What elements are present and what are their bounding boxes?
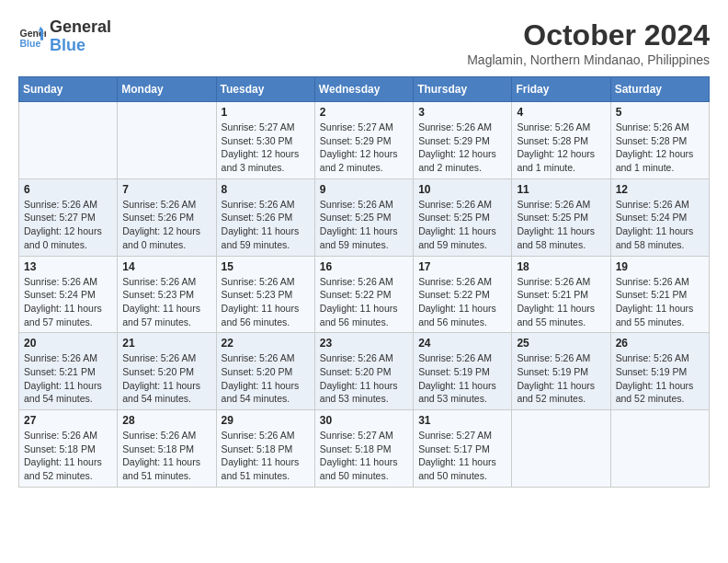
day-info: Sunrise: 5:27 AM Sunset: 5:17 PM Dayligh…	[418, 429, 506, 483]
calendar-cell: 7Sunrise: 5:26 AM Sunset: 5:26 PM Daylig…	[118, 178, 216, 256]
calendar-cell: 29Sunrise: 5:26 AM Sunset: 5:18 PM Dayli…	[216, 410, 314, 488]
day-info: Sunrise: 5:26 AM Sunset: 5:20 PM Dayligh…	[122, 351, 210, 406]
day-number: 2	[320, 106, 408, 119]
day-number: 19	[616, 260, 704, 273]
day-number: 24	[418, 337, 506, 350]
col-header-monday: Monday	[118, 77, 216, 102]
calendar-cell: 21Sunrise: 5:26 AM Sunset: 5:20 PM Dayli…	[118, 333, 216, 410]
day-number: 9	[320, 183, 408, 196]
calendar-cell: 22Sunrise: 5:26 AM Sunset: 5:20 PM Dayli…	[216, 333, 314, 410]
calendar-cell: 19Sunrise: 5:26 AM Sunset: 5:21 PM Dayli…	[610, 256, 709, 333]
day-info: Sunrise: 5:26 AM Sunset: 5:25 PM Dayligh…	[320, 198, 408, 252]
calendar-cell: 24Sunrise: 5:26 AM Sunset: 5:19 PM Dayli…	[414, 333, 512, 410]
day-number: 6	[24, 183, 112, 196]
col-header-friday: Friday	[512, 77, 610, 102]
calendar-week-row: 27Sunrise: 5:26 AM Sunset: 5:18 PM Dayli…	[19, 410, 710, 488]
calendar-cell: 13Sunrise: 5:26 AM Sunset: 5:24 PM Dayli…	[19, 256, 118, 333]
day-info: Sunrise: 5:26 AM Sunset: 5:22 PM Dayligh…	[418, 275, 506, 329]
calendar-table: SundayMondayTuesdayWednesdayThursdayFrid…	[18, 76, 710, 488]
calendar-cell: 28Sunrise: 5:26 AM Sunset: 5:18 PM Dayli…	[118, 410, 216, 488]
day-number: 26	[616, 337, 704, 350]
day-info: Sunrise: 5:26 AM Sunset: 5:18 PM Dayligh…	[222, 429, 310, 483]
calendar-cell: 12Sunrise: 5:26 AM Sunset: 5:24 PM Dayli…	[610, 178, 709, 256]
day-info: Sunrise: 5:26 AM Sunset: 5:19 PM Dayligh…	[616, 351, 704, 406]
calendar-week-row: 20Sunrise: 5:26 AM Sunset: 5:21 PM Dayli…	[19, 333, 710, 410]
calendar-cell: 5Sunrise: 5:26 AM Sunset: 5:28 PM Daylig…	[610, 102, 709, 179]
day-number: 12	[616, 183, 704, 196]
day-number: 25	[517, 337, 605, 350]
col-header-thursday: Thursday	[414, 77, 512, 102]
calendar-cell: 20Sunrise: 5:26 AM Sunset: 5:21 PM Dayli…	[19, 333, 118, 410]
title-section: October 2024 Maglamin, Northern Mindanao…	[467, 18, 710, 67]
calendar-cell	[512, 410, 610, 488]
col-header-wednesday: Wednesday	[314, 77, 413, 102]
calendar-cell: 16Sunrise: 5:26 AM Sunset: 5:22 PM Dayli…	[314, 256, 413, 333]
calendar-cell: 9Sunrise: 5:26 AM Sunset: 5:25 PM Daylig…	[314, 178, 413, 256]
day-info: Sunrise: 5:26 AM Sunset: 5:28 PM Dayligh…	[517, 121, 605, 175]
day-number: 5	[616, 106, 704, 119]
day-number: 14	[122, 260, 210, 273]
day-info: Sunrise: 5:26 AM Sunset: 5:19 PM Dayligh…	[517, 351, 605, 406]
calendar-cell: 15Sunrise: 5:26 AM Sunset: 5:23 PM Dayli…	[216, 256, 314, 333]
calendar-cell: 11Sunrise: 5:26 AM Sunset: 5:25 PM Dayli…	[512, 178, 610, 256]
day-number: 13	[24, 260, 112, 273]
day-info: Sunrise: 5:26 AM Sunset: 5:18 PM Dayligh…	[24, 429, 112, 483]
calendar-week-row: 13Sunrise: 5:26 AM Sunset: 5:24 PM Dayli…	[19, 256, 710, 333]
logo-general: General	[50, 18, 111, 37]
calendar-cell: 2Sunrise: 5:27 AM Sunset: 5:29 PM Daylig…	[314, 102, 413, 179]
day-number: 1	[222, 106, 310, 119]
col-header-saturday: Saturday	[610, 77, 709, 102]
calendar-cell: 8Sunrise: 5:26 AM Sunset: 5:26 PM Daylig…	[216, 178, 314, 256]
calendar-cell: 10Sunrise: 5:26 AM Sunset: 5:25 PM Dayli…	[414, 178, 512, 256]
page-header: General Blue General Blue October 2024 M…	[18, 18, 710, 67]
day-number: 28	[122, 414, 210, 427]
calendar-cell: 31Sunrise: 5:27 AM Sunset: 5:17 PM Dayli…	[414, 410, 512, 488]
day-info: Sunrise: 5:26 AM Sunset: 5:26 PM Dayligh…	[222, 198, 310, 252]
calendar-cell	[118, 102, 216, 179]
day-number: 20	[24, 337, 112, 350]
calendar-cell	[610, 410, 709, 488]
month-year-title: October 2024	[467, 18, 710, 52]
day-info: Sunrise: 5:26 AM Sunset: 5:23 PM Dayligh…	[122, 275, 210, 329]
day-info: Sunrise: 5:27 AM Sunset: 5:18 PM Dayligh…	[320, 429, 408, 483]
day-number: 21	[122, 337, 210, 350]
calendar-cell: 17Sunrise: 5:26 AM Sunset: 5:22 PM Dayli…	[414, 256, 512, 333]
day-info: Sunrise: 5:26 AM Sunset: 5:29 PM Dayligh…	[418, 121, 506, 175]
day-info: Sunrise: 5:26 AM Sunset: 5:26 PM Dayligh…	[122, 198, 210, 252]
svg-text:Blue: Blue	[20, 37, 41, 48]
day-number: 7	[122, 183, 210, 196]
logo: General Blue General Blue	[18, 18, 111, 55]
day-info: Sunrise: 5:26 AM Sunset: 5:24 PM Dayligh…	[616, 198, 704, 252]
calendar-cell: 6Sunrise: 5:26 AM Sunset: 5:27 PM Daylig…	[19, 178, 118, 256]
calendar-cell: 4Sunrise: 5:26 AM Sunset: 5:28 PM Daylig…	[512, 102, 610, 179]
day-info: Sunrise: 5:26 AM Sunset: 5:24 PM Dayligh…	[24, 275, 112, 329]
calendar-cell: 27Sunrise: 5:26 AM Sunset: 5:18 PM Dayli…	[19, 410, 118, 488]
day-info: Sunrise: 5:26 AM Sunset: 5:25 PM Dayligh…	[517, 198, 605, 252]
day-info: Sunrise: 5:26 AM Sunset: 5:22 PM Dayligh…	[320, 275, 408, 329]
day-number: 23	[320, 337, 408, 350]
day-number: 27	[24, 414, 112, 427]
day-number: 10	[418, 183, 506, 196]
calendar-cell: 14Sunrise: 5:26 AM Sunset: 5:23 PM Dayli…	[118, 256, 216, 333]
day-number: 8	[222, 183, 310, 196]
day-info: Sunrise: 5:26 AM Sunset: 5:20 PM Dayligh…	[222, 351, 310, 406]
day-number: 16	[320, 260, 408, 273]
calendar-cell: 30Sunrise: 5:27 AM Sunset: 5:18 PM Dayli…	[314, 410, 413, 488]
col-header-tuesday: Tuesday	[216, 77, 314, 102]
day-number: 4	[517, 106, 605, 119]
day-info: Sunrise: 5:26 AM Sunset: 5:28 PM Dayligh…	[616, 121, 704, 175]
day-info: Sunrise: 5:26 AM Sunset: 5:21 PM Dayligh…	[616, 275, 704, 329]
day-number: 29	[222, 414, 310, 427]
day-number: 15	[222, 260, 310, 273]
day-info: Sunrise: 5:27 AM Sunset: 5:30 PM Dayligh…	[222, 121, 310, 175]
calendar-week-row: 6Sunrise: 5:26 AM Sunset: 5:27 PM Daylig…	[19, 178, 710, 256]
calendar-cell: 26Sunrise: 5:26 AM Sunset: 5:19 PM Dayli…	[610, 333, 709, 410]
logo-icon: General Blue	[18, 23, 46, 51]
day-number: 18	[517, 260, 605, 273]
calendar-cell: 25Sunrise: 5:26 AM Sunset: 5:19 PM Dayli…	[512, 333, 610, 410]
calendar-cell: 18Sunrise: 5:26 AM Sunset: 5:21 PM Dayli…	[512, 256, 610, 333]
calendar-cell: 23Sunrise: 5:26 AM Sunset: 5:20 PM Dayli…	[314, 333, 413, 410]
day-info: Sunrise: 5:27 AM Sunset: 5:29 PM Dayligh…	[320, 121, 408, 175]
col-header-sunday: Sunday	[19, 77, 118, 102]
day-number: 3	[418, 106, 506, 119]
